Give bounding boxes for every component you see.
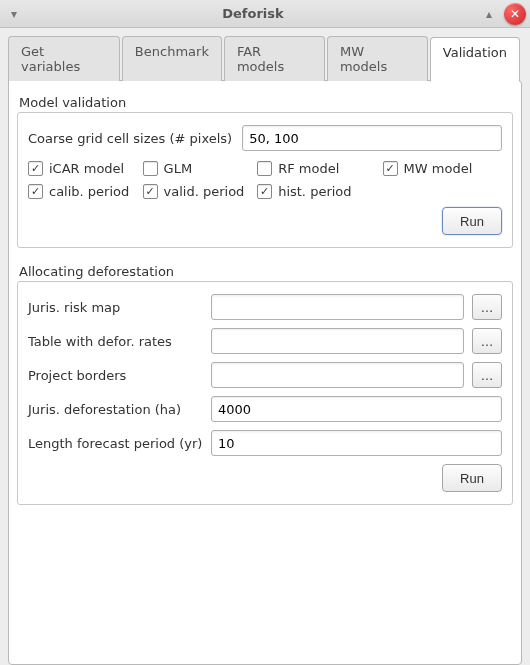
checks-row-2: calib. period valid. period hist. period bbox=[28, 184, 502, 199]
row-juris-risk-map: Juris. risk map … bbox=[28, 294, 502, 320]
tab-content-validation: Model validation Coarse grid cell sizes … bbox=[8, 80, 522, 665]
browse-juris-risk-map[interactable]: … bbox=[472, 294, 502, 320]
label-project-borders: Project borders bbox=[28, 368, 203, 383]
titlebar-menu-icon[interactable]: ▾ bbox=[0, 7, 28, 21]
window-body: Get variables Benchmark FAR models MW mo… bbox=[0, 28, 530, 665]
checkbox-icon bbox=[28, 184, 43, 199]
check-label: RF model bbox=[278, 161, 339, 176]
coarse-grid-input[interactable] bbox=[242, 125, 502, 151]
coarse-grid-label: Coarse grid cell sizes (# pixels) bbox=[28, 131, 232, 146]
input-length-forecast[interactable] bbox=[211, 430, 502, 456]
close-button[interactable]: ✕ bbox=[504, 3, 526, 25]
checkbox-icon bbox=[28, 161, 43, 176]
tab-benchmark[interactable]: Benchmark bbox=[122, 36, 222, 81]
checkbox-icon bbox=[383, 161, 398, 176]
section-label-allocating: Allocating deforestation bbox=[19, 264, 513, 279]
run-validation-button[interactable]: Run bbox=[442, 207, 502, 235]
tab-far-models[interactable]: FAR models bbox=[224, 36, 325, 81]
label-table-defor-rates: Table with defor. rates bbox=[28, 334, 203, 349]
check-label: GLM bbox=[164, 161, 193, 176]
check-label: iCAR model bbox=[49, 161, 124, 176]
check-label: valid. period bbox=[164, 184, 245, 199]
checkbox-icon bbox=[257, 161, 272, 176]
checkbox-icon bbox=[143, 161, 158, 176]
checkbox-icon bbox=[257, 184, 272, 199]
minimize-button[interactable]: ▴ bbox=[478, 5, 500, 23]
allocating-frame: Juris. risk map … Table with defor. rate… bbox=[17, 281, 513, 505]
model-validation-frame: Coarse grid cell sizes (# pixels) iCAR m… bbox=[17, 112, 513, 248]
input-juris-risk-map[interactable] bbox=[211, 294, 464, 320]
check-rf-model[interactable]: RF model bbox=[257, 161, 376, 176]
check-label: hist. period bbox=[278, 184, 351, 199]
tab-mw-models[interactable]: MW models bbox=[327, 36, 428, 81]
row-length-forecast: Length forecast period (yr) bbox=[28, 430, 502, 456]
window-title: Deforisk bbox=[28, 6, 478, 21]
row-juris-defor-ha: Juris. deforestation (ha) bbox=[28, 396, 502, 422]
check-hist-period[interactable]: hist. period bbox=[257, 184, 376, 199]
browse-project-borders[interactable]: … bbox=[472, 362, 502, 388]
tab-get-variables[interactable]: Get variables bbox=[8, 36, 120, 81]
label-juris-defor-ha: Juris. deforestation (ha) bbox=[28, 402, 203, 417]
browse-table-defor-rates[interactable]: … bbox=[472, 328, 502, 354]
label-length-forecast: Length forecast period (yr) bbox=[28, 436, 203, 451]
input-table-defor-rates[interactable] bbox=[211, 328, 464, 354]
section-label-model-validation: Model validation bbox=[19, 95, 513, 110]
input-project-borders[interactable] bbox=[211, 362, 464, 388]
tab-validation[interactable]: Validation bbox=[430, 37, 520, 82]
check-mw-model[interactable]: MW model bbox=[383, 161, 502, 176]
row-table-defor-rates: Table with defor. rates … bbox=[28, 328, 502, 354]
check-label: calib. period bbox=[49, 184, 129, 199]
row-project-borders: Project borders … bbox=[28, 362, 502, 388]
checkbox-icon bbox=[143, 184, 158, 199]
titlebar: ▾ Deforisk ▴ ✕ bbox=[0, 0, 530, 28]
close-icon: ✕ bbox=[510, 7, 520, 21]
checks-row-1: iCAR model GLM RF model MW model bbox=[28, 161, 502, 176]
input-juris-defor-ha[interactable] bbox=[211, 396, 502, 422]
check-icar-model[interactable]: iCAR model bbox=[28, 161, 137, 176]
check-valid-period[interactable]: valid. period bbox=[143, 184, 252, 199]
tabs-header: Get variables Benchmark FAR models MW mo… bbox=[8, 36, 522, 81]
run-allocating-button[interactable]: Run bbox=[442, 464, 502, 492]
check-label: MW model bbox=[404, 161, 473, 176]
check-calib-period[interactable]: calib. period bbox=[28, 184, 137, 199]
label-juris-risk-map: Juris. risk map bbox=[28, 300, 203, 315]
check-glm[interactable]: GLM bbox=[143, 161, 252, 176]
